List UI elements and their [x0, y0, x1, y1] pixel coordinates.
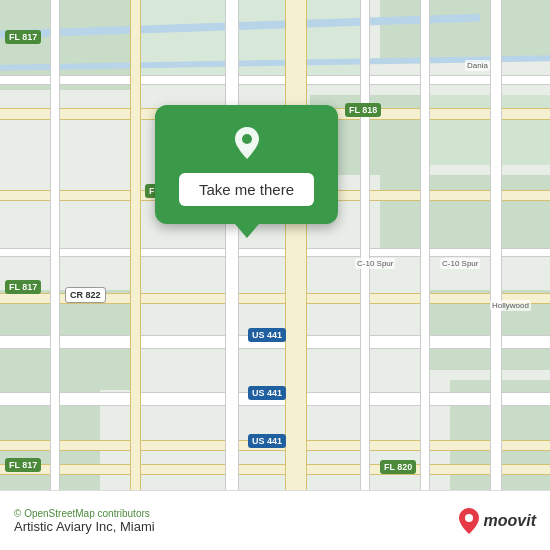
road [420, 0, 430, 490]
road [360, 0, 370, 490]
road [50, 0, 60, 490]
road-shield-fl817_tl: FL 817 [5, 30, 41, 44]
svg-point-2 [242, 134, 252, 144]
road-shield-fl817_ml: FL 817 [5, 280, 41, 294]
road [0, 248, 550, 257]
road-shield-us441_2: US 441 [248, 386, 286, 400]
svg-point-3 [465, 514, 473, 522]
moovit-pin-icon [458, 507, 480, 535]
road-shield-c10spur1: C-10 Spur [355, 258, 395, 269]
road-shield-cr822: CR 822 [65, 287, 106, 303]
road-shield-hollywood: Hollywood [490, 300, 531, 311]
road-shield-fl817_bl: FL 817 [5, 458, 41, 472]
road [225, 0, 239, 490]
moovit-logo[interactable]: moovit [458, 507, 536, 535]
map-attribution: © OpenStreetMap contributors [14, 508, 155, 519]
place-name: Artistic Aviary Inc, Miami [14, 519, 155, 534]
road-shield-dania: Dania [465, 60, 490, 71]
map-popup: Take me there [155, 105, 338, 238]
map-container: Take me there FL 817FL 818FL 848FL 817CR… [0, 0, 550, 490]
road [0, 75, 550, 85]
take-me-there-button[interactable]: Take me there [179, 173, 314, 206]
road [0, 464, 550, 475]
road-shield-fl820: FL 820 [380, 460, 416, 474]
road-shield-us441_3: US 441 [248, 434, 286, 448]
bottom-left-info: © OpenStreetMap contributors Artistic Av… [14, 508, 155, 534]
popup-triangle [235, 224, 259, 238]
green-area [380, 0, 550, 60]
road-shield-fl818: FL 818 [345, 103, 381, 117]
popup-bubble: Take me there [155, 105, 338, 224]
attribution-link[interactable]: © OpenStreetMap contributors [14, 508, 150, 519]
road [130, 0, 141, 490]
road [285, 0, 307, 490]
green-area [380, 175, 550, 255]
road-shield-c10spur2: C-10 Spur [440, 258, 480, 269]
road [490, 0, 502, 490]
road-shield-us441_1: US 441 [248, 328, 286, 342]
bottom-bar: © OpenStreetMap contributors Artistic Av… [0, 490, 550, 550]
moovit-text: moovit [484, 512, 536, 530]
location-pin-icon [227, 123, 267, 163]
